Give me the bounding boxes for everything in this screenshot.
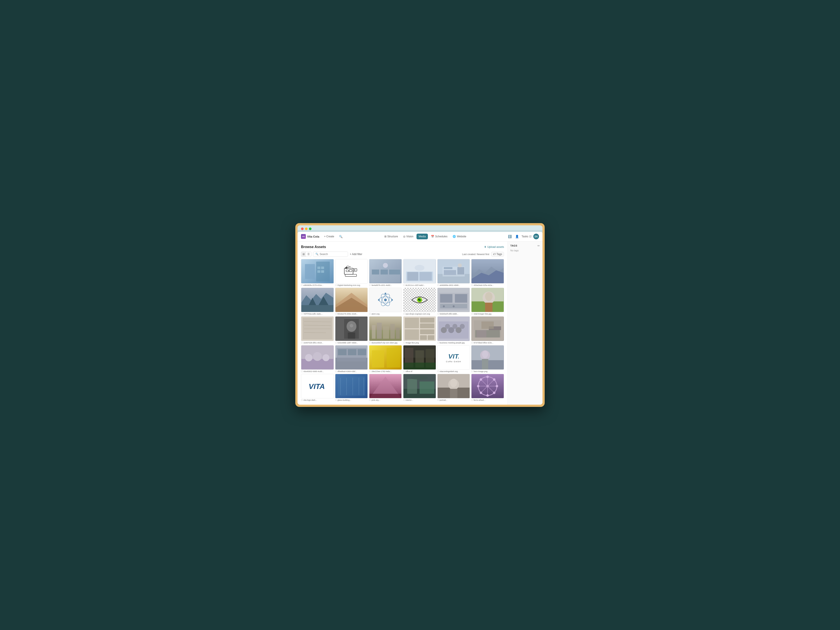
asset-item[interactable]: ☐ 50d45e0f-effd-4dd8... (437, 287, 470, 315)
asset-item[interactable]: ☐ 28e223ee-1782-4ebc... (369, 345, 402, 373)
asset-thumbnail (301, 287, 334, 312)
structure-icon: ⊞ (384, 235, 387, 238)
svg-rect-90 (405, 318, 419, 328)
asset-thumbnail: VITA (301, 374, 334, 398)
asset-name: ☐ business meeting people.jpg (437, 342, 470, 344)
nav-item-schedules[interactable]: 📅 Schedules (429, 234, 450, 239)
sidebar-edit-button[interactable]: ✏ (537, 244, 540, 248)
grid-view-button[interactable]: ⊞ (301, 252, 306, 257)
content-area: Browse Assets ⬆ Upload assets ⊞ ☰ (297, 242, 507, 405)
asset-name: ☐ vita-logo-dark... (301, 399, 334, 401)
asset-name: ☐ 16497028-df01-4918... (301, 342, 334, 344)
svg-point-166 (486, 376, 489, 378)
svg-point-115 (322, 354, 329, 361)
asset-name: ☐ 9e4a887b-c631-4e90... (369, 284, 402, 286)
svg-rect-136 (482, 359, 488, 369)
help-icon[interactable]: ℹ️ (507, 234, 513, 239)
asset-item[interactable]: ☐ 16497028-df01-4918... (301, 316, 334, 344)
user-icon[interactable]: 👤 (514, 234, 520, 239)
toolbar-left: ⊞ ☰ 🔍 + Add filter (301, 251, 362, 257)
asset-item[interactable]: ☐ glass-building... (335, 374, 368, 401)
svg-rect-8 (346, 270, 349, 272)
traffic-light-green[interactable] (309, 227, 311, 230)
list-view-button[interactable]: ☰ (306, 252, 311, 257)
asset-item[interactable]: ☐ e9b580fa-1578-431e... (301, 259, 334, 286)
svg-rect-80 (348, 333, 355, 339)
asset-item[interactable]: ☐ 8316e276-d39c-42e8... (335, 287, 368, 315)
asset-item[interactable]: ☐ vitali-krieger-foto.jpg (471, 287, 504, 315)
browser-frame: VA Vita Cola + Create 🔍 ⊞ Structure ◎ Vi… (295, 223, 545, 407)
asset-item[interactable]: ☐ duesseldorf-city-von-oben.jpg (369, 316, 402, 344)
asset-item[interactable]: ☐ hero-image.png (471, 345, 504, 373)
asset-item[interactable]: ☐ eye-drops-svgrepo-com.svg (403, 287, 436, 315)
asset-item[interactable]: ☐ 40e40832-6985-4cd0... (301, 345, 334, 373)
asset-item[interactable]: ☐ 020e488b-1d87-46b9... (335, 316, 368, 344)
asset-thumbnail (301, 316, 334, 341)
asset-item[interactable]: ☐ pink-sky... (369, 374, 402, 401)
svg-rect-9 (349, 270, 352, 272)
asset-item[interactable]: ☐ 8c2011cc-c82f-4ab2... (403, 259, 436, 286)
asset-thumbnail (437, 287, 470, 312)
nav-logo[interactable]: VA Vita Cola (301, 234, 319, 239)
asset-item[interactable]: ☐ atom.svg (369, 287, 402, 315)
svg-point-36 (458, 264, 462, 267)
asset-item[interactable]: VITA ☐ vita-logo-dark... (301, 374, 334, 401)
svg-point-170 (493, 378, 496, 381)
traffic-light-yellow[interactable] (305, 227, 308, 230)
asset-name: ☐ e9b580fa-1578-431e... (301, 284, 334, 286)
asset-name: ☐ glass-building... (335, 399, 368, 401)
svg-rect-23 (389, 270, 400, 275)
svg-rect-86 (383, 326, 389, 339)
asset-item[interactable]: ☐ ferris-wheel... (471, 374, 504, 401)
search-box: 🔍 (313, 251, 348, 257)
asset-item[interactable]: VITA CoRe GmbH ☐ vitacorelogodark.svg (437, 345, 470, 373)
asset-name: ☐ 8316e276-d39c-42e8... (335, 313, 368, 315)
asset-name: ☐ portrait... (437, 399, 470, 401)
website-icon: 🌐 (453, 235, 456, 238)
asset-item[interactable]: ☐ df9a8ba5-6369-43bf... (335, 345, 368, 373)
asset-item[interactable]: ☐ 87470bed-9f0e-423c... (471, 316, 504, 344)
avatar[interactable]: DS (533, 234, 539, 239)
search-input[interactable] (320, 253, 346, 256)
svg-point-168 (477, 385, 480, 387)
search-icon[interactable]: 🔍 (338, 234, 343, 239)
svg-rect-62 (455, 294, 467, 303)
tasks-button[interactable]: Tasks ☑ (521, 235, 532, 238)
svg-point-135 (482, 351, 488, 358)
asset-thumbnail (301, 345, 334, 370)
svg-point-29 (415, 265, 425, 271)
asset-item[interactable]: ☐ 9e4a887b-c631-4e90... (369, 259, 402, 286)
asset-thumbnail (471, 287, 504, 312)
asset-item[interactable]: ☐ 7d7f793a-edfc-4a9c... (301, 287, 334, 315)
svg-point-58 (420, 298, 421, 299)
asset-item[interactable]: ☐ Digital-Marketing-icon.svg (335, 259, 368, 286)
toolbar-right: Last created: Newest first 🏷 Tags (462, 252, 504, 257)
search-icon-small: 🔍 (316, 253, 319, 256)
browser-inner: VA Vita Cola + Create 🔍 ⊞ Structure ◎ Vi… (297, 225, 543, 405)
nav-item-vision[interactable]: ◎ Vision (401, 234, 415, 239)
asset-thumbnail (369, 345, 402, 370)
svg-rect-35 (457, 267, 464, 275)
add-filter-button[interactable]: + Add filter (350, 253, 362, 256)
asset-item[interactable]: ☐ portrait... (437, 374, 470, 401)
svg-rect-88 (396, 328, 400, 339)
asset-item[interactable]: ☐ a94b888e-6832-4b88... (437, 259, 470, 286)
vision-icon: ◎ (403, 235, 405, 238)
upload-assets-button[interactable]: ⬆ Upload assets (484, 245, 504, 248)
asset-item[interactable]: ☐ office.tif (403, 345, 436, 373)
tags-button[interactable]: 🏷 Tags (491, 252, 504, 257)
asset-item[interactable]: ☐ 455e04a0-02fa-442a... (471, 259, 504, 286)
nav-right: ℹ️ 👤 Tasks ☑ DS (507, 234, 539, 239)
nav-item-media[interactable]: Media (417, 234, 428, 239)
asset-item[interactable]: ☐ interior... (403, 374, 436, 401)
asset-item[interactable]: ☐ Image Box.png (403, 316, 436, 344)
traffic-light-red[interactable] (301, 227, 304, 230)
asset-item[interactable]: ☐ business meeting people.jpg (437, 316, 470, 344)
svg-rect-151 (407, 379, 417, 393)
nav-item-structure[interactable]: ⊞ Structure (382, 234, 400, 239)
nav-item-website[interactable]: 🌐 Website (450, 234, 468, 239)
svg-point-64 (443, 305, 445, 307)
sidebar: TAGS ✏ No tags (507, 242, 543, 405)
nav-create-button[interactable]: + Create (323, 234, 335, 239)
svg-point-13 (354, 270, 355, 271)
